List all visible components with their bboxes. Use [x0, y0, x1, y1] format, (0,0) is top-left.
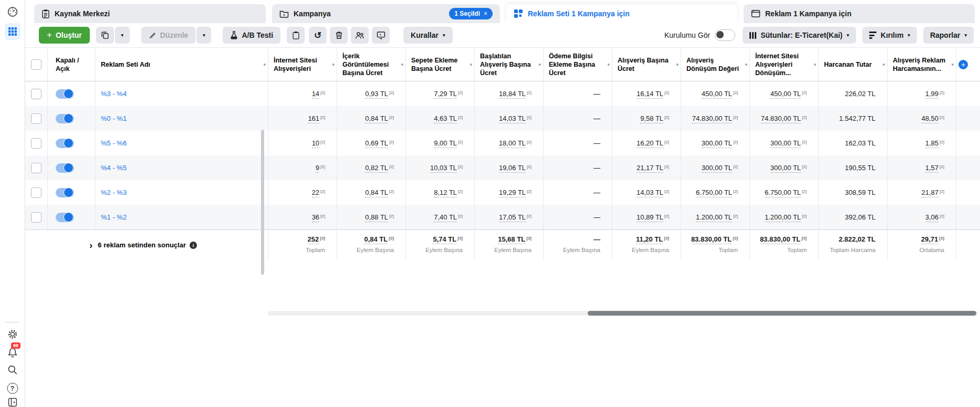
value-text[interactable]: 450,00 TL	[702, 90, 732, 99]
sort-caret-icon[interactable]: ▾	[745, 62, 747, 67]
create-button[interactable]: + Oluştur	[39, 27, 90, 44]
value-text[interactable]: 0,88 TL	[365, 213, 388, 222]
tab-resource-center[interactable]: Kaynak Merkezi	[34, 4, 266, 23]
breakdown-button[interactable]: Kırılım ▾	[862, 27, 917, 44]
value-text[interactable]: 7,29 TL	[434, 90, 457, 99]
ab-test-button[interactable]: A/B Testi	[223, 27, 280, 44]
row-toggle[interactable]	[56, 188, 74, 197]
help-button[interactable]: ?	[7, 383, 18, 394]
value-text[interactable]: 16,20 TL	[637, 139, 663, 148]
sort-caret-icon[interactable]: ▾	[263, 62, 266, 67]
value-text[interactable]: 22	[312, 189, 319, 197]
value-text[interactable]: 1,99	[925, 90, 939, 99]
value-text[interactable]: 3,06	[925, 213, 939, 222]
value-text[interactable]: 15,68 TL	[498, 235, 525, 244]
sort-caret-icon[interactable]: ▾	[814, 62, 816, 67]
search-button[interactable]	[7, 364, 18, 375]
row-checkbox[interactable]	[31, 212, 41, 223]
preview-button[interactable]	[372, 27, 390, 44]
value-text[interactable]: 0,69 TL	[365, 139, 388, 148]
value-text[interactable]: 300,00 TL	[770, 164, 801, 173]
column-header[interactable]: Harcanan Tutar▾	[818, 48, 887, 81]
column-header[interactable]: İnternet Sitesi Alışverişleri Dönüşüm...…	[749, 48, 818, 81]
vertical-scrollbar[interactable]	[261, 130, 264, 275]
sort-caret-icon[interactable]: ▾	[676, 62, 679, 67]
rules-button[interactable]: Kurallar ▾	[403, 27, 452, 44]
value-text[interactable]: 18,00 TL	[499, 139, 526, 148]
column-header[interactable]: Ödeme Bilgisi Ekleme Başına Ücret▾	[543, 48, 612, 81]
column-header[interactable]: İnternet Sitesi Alışverişleri▾	[268, 48, 337, 81]
value-text[interactable]: 0,84 TL	[365, 114, 388, 123]
column-header[interactable]: Sepete Ekleme Başına Ücret▾	[405, 48, 474, 81]
sort-caret-icon[interactable]: ▾	[332, 62, 335, 67]
sort-caret-icon[interactable]: ▾	[538, 62, 541, 67]
value-text[interactable]: 36	[312, 213, 319, 222]
value-text[interactable]: 21,87	[922, 189, 939, 197]
adset-name-link[interactable]: %3 - %4	[101, 90, 127, 98]
value-text[interactable]: 300,00 TL	[702, 164, 732, 173]
clear-selection-icon[interactable]: ×	[484, 10, 487, 17]
value-text[interactable]: 4,63 TL	[434, 114, 457, 123]
sort-caret-icon[interactable]: ▾	[401, 62, 403, 67]
value-text[interactable]: 10	[312, 139, 319, 148]
value-text[interactable]: 1.200,00 TL	[765, 213, 801, 222]
value-text[interactable]: 0,84 TL	[365, 189, 388, 197]
adset-name-link[interactable]: %4 - %5	[101, 164, 127, 172]
column-header[interactable]: Başlatılan Alışveriş Başına Ücret▾	[474, 48, 543, 81]
reports-button[interactable]: Raporlar ▾	[923, 27, 974, 44]
value-text[interactable]: 0,84 TL	[364, 235, 388, 244]
value-text[interactable]: 83.830,00 TL	[691, 235, 732, 244]
tab-ads[interactable]: Reklam 1 Kampanya için	[744, 4, 975, 23]
value-text[interactable]: 14	[312, 90, 319, 99]
value-text[interactable]: 29,71	[921, 235, 939, 244]
value-text[interactable]: 74.830,00 TL	[692, 114, 732, 123]
value-text[interactable]: 161	[308, 114, 319, 123]
adset-name-link[interactable]: %1 - %2	[101, 213, 127, 221]
value-text[interactable]: 19,06 TL	[499, 164, 526, 173]
edit-button[interactable]: Düzenle	[141, 27, 196, 44]
value-text[interactable]: 74.830,00 TL	[761, 114, 801, 123]
row-checkbox[interactable]	[31, 89, 41, 99]
value-text[interactable]: 10,89 TL	[637, 213, 663, 222]
value-text[interactable]: 18,84 TL	[499, 90, 526, 99]
value-text[interactable]: 6.750,00 TL	[696, 189, 732, 197]
undo-button[interactable]: ↺	[309, 27, 327, 44]
row-toggle[interactable]	[56, 139, 74, 148]
value-text[interactable]: 1,57	[925, 164, 939, 173]
row-checkbox[interactable]	[31, 187, 41, 198]
adset-name-link[interactable]: %2 - %3	[101, 189, 127, 196]
value-text[interactable]: 14,03 TL	[499, 114, 526, 123]
column-header[interactable]: Alışveriş Başına Ücret▾	[612, 48, 681, 81]
value-text[interactable]: 450,00 TL	[770, 90, 801, 99]
row-toggle[interactable]	[56, 114, 74, 123]
row-checkbox[interactable]	[31, 113, 41, 124]
sort-caret-icon[interactable]: ▾	[607, 62, 610, 67]
duplicate-button[interactable]	[96, 27, 114, 44]
duplicate-dropdown-button[interactable]: ▾	[115, 27, 130, 44]
pin-board-button[interactable]	[287, 27, 305, 44]
value-text[interactable]: 16,14 TL	[637, 90, 663, 99]
column-header[interactable]: İçerik Görüntülemesi Başına Ücret▾	[337, 48, 405, 81]
name-column-header[interactable]: Reklam Seti Adı ▾	[95, 48, 268, 81]
value-text[interactable]: 9,58 TL	[640, 114, 663, 123]
value-text[interactable]: 83.830,00 TL	[760, 235, 800, 244]
value-text[interactable]: 0,93 TL	[365, 90, 388, 99]
row-checkbox[interactable]	[31, 163, 41, 173]
row-checkbox[interactable]	[31, 138, 41, 149]
sidebar-item-campaigns[interactable]	[5, 23, 20, 40]
column-header[interactable]: Alışveriş Dönüşüm Değeri▾	[681, 48, 749, 81]
value-text[interactable]: 8,12 TL	[434, 189, 457, 197]
selected-count-pill[interactable]: 1 Seçildi ×	[449, 8, 493, 19]
row-toggle[interactable]	[56, 213, 74, 222]
adset-name-link[interactable]: %0 - %1	[101, 114, 127, 122]
collapse-panel-button[interactable]	[8, 398, 17, 407]
value-text[interactable]: 300,00 TL	[702, 139, 732, 148]
value-text[interactable]: 252	[308, 235, 319, 244]
value-text[interactable]: 14,03 TL	[637, 189, 663, 197]
sort-caret-icon[interactable]: ▾	[470, 62, 472, 67]
settings-button[interactable]	[7, 329, 18, 340]
column-header[interactable]: Alışveriş Reklam Harcamasının...▾	[887, 48, 956, 81]
adset-name-link[interactable]: %5 - %6	[101, 139, 127, 147]
add-column-button[interactable]: +	[958, 60, 968, 69]
value-text[interactable]: 48,50	[922, 114, 939, 123]
